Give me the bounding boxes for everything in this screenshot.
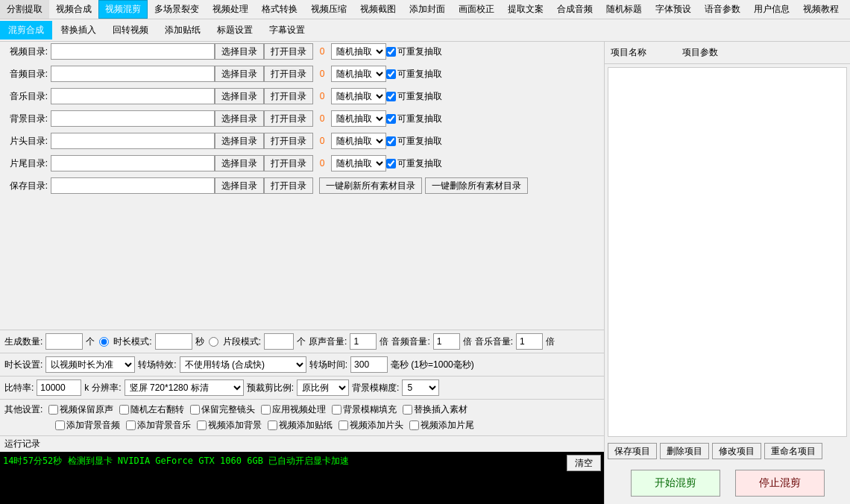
sub-mix-compose[interactable]: 混剪合成 [0, 21, 52, 40]
intro-dir-input[interactable] [51, 133, 215, 149]
duration-type-select[interactable]: 以视频时长为准 自定义时长 [45, 356, 135, 373]
bg-dir-input[interactable] [51, 110, 215, 127]
outro-open-btn[interactable]: 打开目录 [264, 155, 313, 171]
cb-add-bg-audio[interactable]: 添加背景音频 [55, 419, 120, 432]
resolution-select[interactable]: 竖屏 720*1280 标清 横屏 1280*720 标清 方屏 720*720… [125, 379, 244, 396]
trans-label: 转场特效: [138, 359, 176, 371]
bg-mode-select[interactable]: 随机抽取 顺序抽取 [331, 110, 386, 127]
cb-add-intro[interactable]: 视频添加片头 [339, 419, 403, 432]
segment-mode-radio[interactable] [209, 337, 218, 347]
menu-mix[interactable]: 视频混剪 [98, 0, 148, 19]
menu-screenshot[interactable]: 视频截图 [353, 0, 403, 19]
trans-time-input[interactable]: 300 [350, 356, 388, 373]
audio-dir-input[interactable] [51, 66, 215, 82]
video-open-btn[interactable]: 打开目录 [264, 43, 313, 60]
menu-compress[interactable]: 视频压缩 [304, 0, 353, 19]
menu-user[interactable]: 用户信息 [747, 0, 796, 19]
rename-project-btn[interactable]: 重命名项目 [764, 443, 822, 459]
intro-mode-select[interactable]: 随机抽取 顺序抽取 [331, 133, 386, 149]
segment-input[interactable] [264, 333, 294, 350]
sub-add-sticker[interactable]: 添加贴纸 [157, 21, 209, 40]
audio-open-btn[interactable]: 打开目录 [264, 66, 313, 82]
music-select-btn[interactable]: 选择目录 [215, 88, 264, 104]
project-content [608, 67, 847, 437]
sub-subtitle-settings[interactable]: 字幕设置 [261, 21, 313, 40]
log-clear-btn[interactable]: 清空 [567, 455, 601, 471]
menu-cover[interactable]: 添加封面 [403, 0, 452, 19]
video-mode-select[interactable]: 随机抽取 顺序抽取 [331, 43, 386, 60]
menu-font[interactable]: 字体预设 [649, 0, 698, 19]
video-repeat-check[interactable]: 可重复抽取 [386, 45, 442, 58]
menu-extract[interactable]: 提取文案 [501, 0, 550, 19]
menu-audio[interactable]: 合成音频 [550, 0, 599, 19]
music-open-btn[interactable]: 打开目录 [264, 88, 313, 104]
music-mode-select[interactable]: 随机抽取 顺序抽取 [331, 88, 386, 104]
audio-mode-select[interactable]: 随机抽取 顺序抽取 [331, 66, 386, 82]
cb-bg-blur[interactable]: 背景模糊填充 [332, 403, 397, 416]
video-dir-input[interactable] [51, 43, 215, 60]
cb-add-bg-music[interactable]: 添加背景音乐 [126, 419, 191, 432]
cb-add-sticker[interactable]: 视频添加贴纸 [268, 419, 333, 432]
intro-repeat-check[interactable]: 可重复抽取 [386, 135, 442, 148]
cb-apply-process[interactable]: 应用视频处理 [261, 403, 326, 416]
audio-repeat-check[interactable]: 可重复抽取 [386, 68, 442, 81]
cb-flip-random[interactable]: 随机左右翻转 [119, 403, 184, 416]
bitrate-input[interactable]: 10000 [37, 379, 81, 396]
sub-rotate-video[interactable]: 回转视频 [104, 21, 157, 40]
duration-input[interactable] [155, 333, 192, 350]
save-dir-row: 保存目录: 选择目录 打开目录 一键刷新所有素材目录 一键删除所有素材目录 [0, 176, 604, 195]
cb-keep-audio[interactable]: 视频保留原声 [48, 403, 113, 416]
intro-open-btn[interactable]: 打开目录 [264, 133, 313, 149]
cb-keep-scene[interactable]: 保留完整镜头 [190, 403, 255, 416]
audio-select-btn[interactable]: 选择目录 [215, 66, 264, 82]
save-select-btn[interactable]: 选择目录 [215, 177, 264, 194]
delete-all-btn[interactable]: 一键删除所有素材目录 [425, 177, 528, 194]
menu-split[interactable]: 分割提取 [0, 0, 49, 19]
save-open-btn[interactable]: 打开目录 [264, 177, 313, 194]
crop-select[interactable]: 原比例 16:9 9:16 [297, 379, 349, 396]
generate-unit1: 个 [86, 336, 95, 348]
sub-title-settings[interactable]: 标题设置 [209, 21, 261, 40]
log-text: 14时57分52秒 检测到显卡 NVIDIA GeForce GTX 1060 … [3, 456, 349, 466]
video-count: 0 [316, 46, 328, 57]
outro-select-btn[interactable]: 选择目录 [215, 155, 264, 171]
intro-count: 0 [316, 136, 328, 146]
outro-mode-select[interactable]: 随机抽取 顺序抽取 [331, 155, 386, 171]
intro-select-btn[interactable]: 选择目录 [215, 133, 264, 149]
save-project-btn[interactable]: 保存项目 [608, 443, 657, 459]
cb-replace-insert[interactable]: 替换插入素材 [403, 403, 468, 416]
menu-voice[interactable]: 语音参数 [698, 0, 747, 19]
music-vol-input[interactable]: 1 [516, 333, 543, 350]
save-dir-input[interactable] [51, 177, 215, 194]
log-header: 运行记录 [0, 436, 604, 452]
duration-mode-radio[interactable] [99, 337, 109, 347]
trans-effect-select[interactable]: 不使用转场 (合成快) 淡入淡出 随机转场 [180, 356, 306, 373]
sub-replace-insert[interactable]: 替换插入 [52, 21, 104, 40]
blur-select[interactable]: 5 0 10 15 20 [402, 379, 439, 396]
menu-process[interactable]: 视频处理 [206, 0, 255, 19]
menu-scene[interactable]: 多场景裂变 [148, 0, 206, 19]
volume-input[interactable]: 1 [350, 333, 377, 350]
cb-add-outro[interactable]: 视频添加片尾 [409, 419, 474, 432]
menu-tutorial[interactable]: 视频教程 [796, 0, 846, 19]
menu-compose[interactable]: 视频合成 [49, 0, 98, 19]
audio-vol-input[interactable]: 1 [433, 333, 460, 350]
outro-repeat-check[interactable]: 可重复抽取 [386, 157, 442, 170]
menu-format[interactable]: 格式转换 [255, 0, 304, 19]
stop-mix-btn[interactable]: 停止混剪 [735, 470, 825, 497]
video-select-btn[interactable]: 选择目录 [215, 43, 264, 60]
menu-title[interactable]: 随机标题 [599, 0, 649, 19]
bg-select-btn[interactable]: 选择目录 [215, 110, 264, 127]
menu-correct[interactable]: 画面校正 [452, 0, 501, 19]
edit-project-btn[interactable]: 修改项目 [712, 443, 761, 459]
bg-repeat-check[interactable]: 可重复抽取 [386, 113, 442, 125]
music-dir-input[interactable] [51, 88, 215, 104]
bg-open-btn[interactable]: 打开目录 [264, 110, 313, 127]
delete-project-btn[interactable]: 删除项目 [660, 443, 709, 459]
cb-add-bg-video[interactable]: 视频添加背景 [197, 419, 262, 432]
refresh-all-btn[interactable]: 一键刷新所有素材目录 [319, 177, 422, 194]
start-mix-btn[interactable]: 开始混剪 [631, 470, 720, 497]
music-repeat-check[interactable]: 可重复抽取 [386, 90, 442, 103]
outro-dir-input[interactable] [51, 155, 215, 171]
generate-count-input[interactable] [45, 333, 83, 350]
